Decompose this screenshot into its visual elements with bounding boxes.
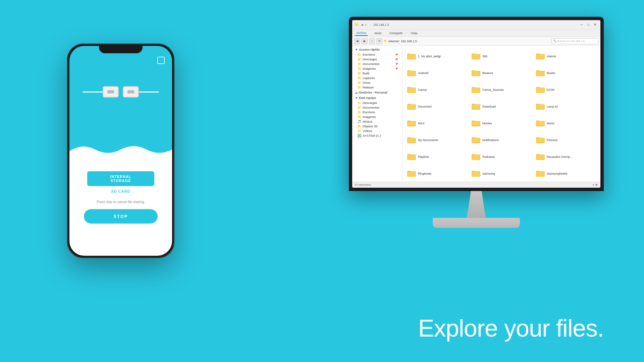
sidebar-item-videos[interactable]: 📁 Vídeos (352, 129, 402, 133)
folder-icon: 📁 (358, 125, 361, 128)
refresh-button[interactable]: ↻ (376, 38, 382, 44)
file-folder-icon (472, 103, 480, 110)
sidebar-header-quick-access: ▼ Acceso rápido (352, 47, 402, 52)
monitor-stand-neck (463, 191, 490, 218)
status-count: 37 elementos (355, 183, 371, 186)
file-item[interactable]: Ringtones (405, 166, 469, 182)
svg-rect-95 (536, 172, 544, 176)
sd-card-button[interactable]: SD CARD (111, 189, 130, 193)
file-item[interactable]: Document (405, 99, 469, 115)
svg-rect-11 (536, 54, 544, 59)
file-item[interactable]: Music (534, 115, 598, 131)
file-name: Canva_Sources (482, 88, 504, 92)
file-folder-icon (536, 103, 545, 110)
file-item[interactable]: Playlists (405, 149, 469, 165)
back-button[interactable]: ◀ (354, 38, 360, 44)
titlebar-fwd-icon[interactable]: ▶ (365, 23, 368, 26)
stop-button[interactable]: STOP (84, 209, 158, 224)
internal-storage-button[interactable]: INTERNAL STORAGE (87, 171, 154, 186)
file-item[interactable]: Samsung (470, 166, 533, 182)
svg-rect-67 (472, 138, 480, 142)
file-item[interactable]: Podcasts (470, 149, 533, 165)
sidebar-item-captures[interactable]: 📁 Captures (352, 76, 402, 80)
breadcrumb-path: Internet › 192.168.1.5 › (388, 40, 418, 43)
sidebar-item-musica[interactable]: 🎵 Música (352, 119, 402, 124)
file-item[interactable]: Binance (470, 65, 533, 81)
file-item[interactable]: MIUI (405, 115, 469, 131)
tab-compartir[interactable]: Compartir (388, 31, 404, 36)
grid-view-icon[interactable]: ⊞ (595, 183, 598, 186)
file-item[interactable]: SamsungNotes (534, 166, 598, 182)
file-name: Download (482, 105, 496, 108)
sidebar-header-este-equipo: ▼ Este equipo (352, 95, 402, 101)
file-item[interactable]: Pictures (534, 132, 598, 148)
tab-archivo[interactable]: Archivo (355, 31, 368, 36)
pin-icon: 📌 (395, 53, 398, 56)
file-item[interactable]: My Documents (405, 132, 469, 148)
minimize-button[interactable]: ─ (579, 22, 584, 27)
usb-plug-right (123, 86, 139, 98)
sidebar-item-descargas2[interactable]: 📁 Descargas (352, 101, 402, 105)
sidebar-item-release[interactable]: 📁 Release (352, 85, 402, 90)
phone-device: INTERNAL STORAGE SD CARD Press stop to c… (67, 44, 174, 258)
svg-rect-23 (536, 71, 544, 75)
file-item[interactable]: Movies (470, 115, 533, 131)
svg-rect-43 (472, 105, 480, 109)
file-item[interactable]: 1. No abrir, peligro biológico (405, 48, 469, 64)
file-folder-icon (407, 153, 416, 161)
file-item[interactable]: Recaudos Inscripcion (534, 149, 598, 165)
forward-button[interactable]: ▶ (362, 38, 368, 44)
breadcrumb-internet[interactable]: Internet (388, 40, 399, 43)
file-folder-icon (536, 69, 545, 77)
list-view-icon[interactable]: ≡ (593, 183, 594, 186)
file-item[interactable]: Download (470, 99, 533, 115)
file-name: Binance (482, 71, 493, 75)
sidebar-item-descargas[interactable]: 📁 Descargas 📌 (352, 57, 402, 62)
tab-inicio[interactable]: Inicio (373, 31, 383, 36)
file-name: 1. No abrir, peligro biológico (418, 55, 445, 58)
explorer-main: ▼ Acceso rápido 📁 Escritorio 📌 📁 Descarg… (352, 46, 600, 182)
sidebar-item-objetos3d[interactable]: 📁 Objetos 3D (352, 124, 402, 129)
titlebar: 📁 ◀ ▶ ↑ 192.168.1.5 ─ □ ✕ (352, 20, 600, 29)
file-folder-icon (407, 53, 416, 60)
sidebar-item-escritorio2[interactable]: 📁 Escritorio (352, 110, 402, 115)
file-item[interactable]: Alarms (534, 48, 598, 64)
sidebar-item-systemc[interactable]: 💽 SYSTEM (C:) (352, 133, 402, 138)
view-icons: ≡ ⊞ (593, 183, 598, 186)
file-item[interactable]: Canva (405, 82, 469, 98)
tab-vista[interactable]: Vista (410, 31, 419, 36)
search-box[interactable]: 🔍 Buscar en 192.168.1.5 (551, 38, 598, 44)
file-folder-icon (472, 86, 480, 94)
file-item[interactable]: Busito (534, 65, 598, 81)
file-folder-icon (407, 103, 416, 110)
close-button[interactable]: ✕ (592, 22, 598, 27)
file-item[interactable]: Canva_Sources (470, 82, 533, 98)
file-item[interactable]: DCIM (534, 82, 598, 98)
file-item[interactable]: Android (405, 65, 469, 81)
up-button[interactable]: ↑ (369, 38, 375, 44)
breadcrumb-ip[interactable]: 192.168.1.5 (401, 40, 417, 43)
folder-icon: 💽 (358, 134, 361, 137)
sidebar-item-documentos[interactable]: 📁 Documentos 📌 (352, 62, 402, 66)
pin-icon: 📌 (395, 67, 398, 70)
file-item[interactable]: Notifications (470, 132, 533, 148)
sidebar-item-imagenes2[interactable]: 📁 Imágenes (352, 115, 402, 119)
folder-icon: 📁 (358, 101, 361, 105)
file-name: SamsungNotes (547, 172, 568, 175)
sidebar-item-imagenes[interactable]: 📁 Imágenes 📌 (352, 66, 402, 71)
sidebar-item-escritorio[interactable]: 📁 Escritorio 📌 (352, 52, 402, 57)
monitor-bezel: 📁 ◀ ▶ ↑ 192.168.1.5 ─ □ ✕ Archivo Inicio… (349, 17, 604, 191)
sidebar-item-driver[interactable]: 📁 Driver (352, 80, 402, 85)
titlebar-back-icon[interactable]: ◀ (361, 23, 363, 26)
svg-rect-79 (472, 155, 480, 159)
maximize-button[interactable]: □ (586, 22, 591, 27)
file-folder-icon (536, 86, 545, 94)
file-item[interactable]: 360 (470, 48, 533, 64)
sidebar-item-build[interactable]: 📁 Build (352, 71, 402, 76)
sidebar-item-documentos2[interactable]: 📁 Documentos (352, 105, 402, 110)
file-name: Alarms (547, 55, 556, 58)
file-item[interactable]: LazyList (534, 99, 598, 115)
svg-rect-59 (536, 121, 544, 126)
titlebar-up-icon[interactable]: ↑ (370, 23, 371, 26)
file-name: My Documents (418, 138, 438, 142)
